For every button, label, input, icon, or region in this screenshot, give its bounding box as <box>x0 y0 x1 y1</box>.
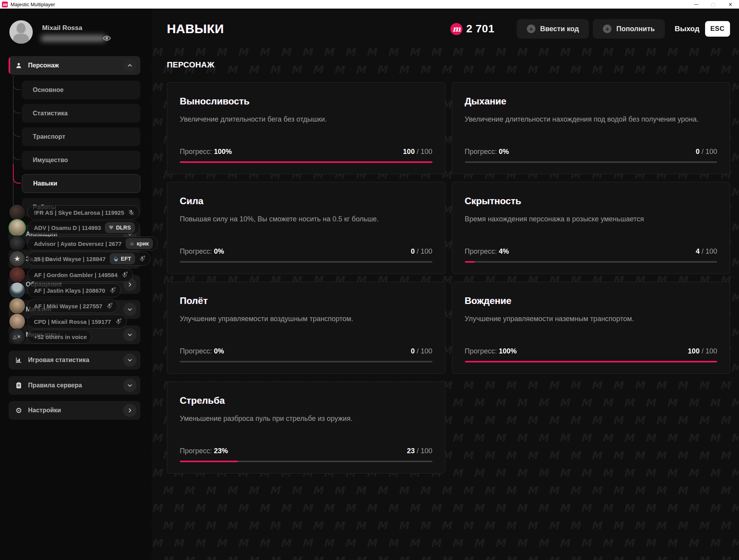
progress-max: 100 <box>705 347 717 355</box>
person-icon <box>15 62 23 69</box>
progress-bar <box>180 261 432 263</box>
voice-player-row: AF | Gordon Gambler | 149584 <box>9 267 133 283</box>
voice-player-name: Advisor | Ayato Deversez | 2677 <box>34 240 122 247</box>
close-icon: ✕ <box>728 2 733 7</box>
mic-muted-icon <box>128 209 135 216</box>
active-accent-bar <box>9 56 10 75</box>
sidebar-item-main[interactable]: Основное <box>22 81 140 99</box>
sidebar-item-game-statistics[interactable]: Игровая статистика <box>9 351 140 369</box>
progress-bar-fill <box>180 161 432 163</box>
rules-icon <box>15 382 23 389</box>
sidebar-item-label: Навыки <box>33 180 57 187</box>
skill-card-shooting: Стрельба Уменьшение разброса пуль при ст… <box>167 382 445 473</box>
chevron-down-icon <box>123 353 136 367</box>
voice-player-name: ADV | Osamu D | 114993 <box>34 224 101 231</box>
skill-title: Дыхание <box>465 96 718 107</box>
avatar <box>9 220 25 235</box>
progress-value: 100 <box>688 347 700 355</box>
sidebar-item-character[interactable]: Персонаж <box>9 56 140 75</box>
chevron-up-icon <box>123 59 136 72</box>
plus-icon: + <box>527 25 535 33</box>
clan-badge: EFT <box>110 253 135 264</box>
exit-button[interactable]: Выход <box>675 25 699 33</box>
majestic-coin-icon: m <box>450 23 463 35</box>
sidebar-item-skills[interactable]: Навыки <box>22 174 140 193</box>
progress-bar <box>465 161 718 163</box>
skill-progress-row: Прогресс: 0% 0 / 100 <box>180 347 432 355</box>
app-window: Mixail Rossa Персонаж Основное <box>0 9 739 560</box>
sidebar-item-label: Основное <box>33 87 64 94</box>
sidebar: Mixail Rossa Персонаж Основное <box>0 9 152 560</box>
progress-percent: 100% <box>499 347 517 355</box>
scream-badge: ☠ крик <box>126 238 153 249</box>
progress-label: Прогресс: <box>465 247 497 255</box>
close-button[interactable]: ✕ <box>722 0 739 9</box>
progress-value: 23 <box>407 447 415 455</box>
voice-player-name: AF | Miki Wayse | 227557 <box>34 303 102 309</box>
sidebar-item-statistics[interactable]: Статистика <box>22 104 140 123</box>
progress-bar <box>180 461 432 462</box>
progress-bar <box>465 361 718 362</box>
skill-progress-row: Прогресс: 23% 23 / 100 <box>180 447 432 455</box>
progress-max: 100 <box>420 347 432 355</box>
main-content: MMMMMMMMMMMMMMMMMMMMMMMMMMMMMMMMMMMMMMMM… <box>152 9 739 560</box>
sidebar-item-settings[interactable]: ⚙ Настройки <box>9 401 140 420</box>
minimize-button[interactable] <box>688 0 705 9</box>
mic-icon <box>106 302 113 309</box>
skill-card-driving: Вождение Улучшение управляемости наземны… <box>452 282 730 374</box>
profile-name: Mixail Rossa <box>42 24 82 32</box>
esc-key-button[interactable]: ESC <box>705 21 730 37</box>
skill-description: Улучшение управляемости наземным транспо… <box>465 315 718 323</box>
page-title: НАВЫКИ <box>167 22 224 36</box>
avatar <box>9 298 25 314</box>
voice-player-row: ADV | Osamu D | 114993 ♥ DLRS <box>9 220 140 235</box>
voice-player-row: Advisor | Ayato Deversez | 2677 ☠ крик <box>9 236 158 251</box>
nav-elbow <box>13 128 21 137</box>
progress-value: 100 <box>403 148 415 155</box>
skill-title: Сила <box>180 196 432 207</box>
clan-badge-label: EFT <box>121 256 131 262</box>
mic-icon <box>115 318 122 325</box>
skill-description: Увеличение длительности бега без отдышки… <box>180 115 432 124</box>
skill-description: Увеличение длительности нахождения под в… <box>465 115 718 124</box>
progress-percent: 100% <box>214 148 232 155</box>
progress-value: 0 <box>411 247 415 255</box>
nav-elbow <box>13 152 21 160</box>
avatar <box>9 314 25 329</box>
sidebar-item-server-rules[interactable]: Правила сервера <box>9 376 140 395</box>
maximize-button[interactable]: ▢ <box>705 0 722 9</box>
skill-progress-row: Прогресс: 0% 0 / 100 <box>180 247 432 256</box>
chevron-down-icon <box>123 328 136 341</box>
skill-progress-row: Прогресс: 100% 100 / 100 <box>465 347 718 355</box>
nav-connector-line <box>13 76 14 208</box>
skill-card-breathing: Дыхание Увеличение длительности нахожден… <box>452 82 730 174</box>
chevron-right-icon <box>123 404 136 417</box>
chevron-down-icon <box>123 379 136 392</box>
progress-value: 4 <box>696 247 700 255</box>
progress-label: Прогресс: <box>180 347 212 355</box>
avatar <box>9 20 33 44</box>
balance: m 2 701 <box>450 23 494 35</box>
sidebar-item-label: Статистика <box>33 110 67 117</box>
enter-code-button[interactable]: + Ввести код <box>517 19 589 39</box>
skill-description: Улучшение управляемости воздушным трансп… <box>180 315 432 323</box>
avatar <box>9 236 25 251</box>
avatar <box>9 283 25 298</box>
progress-bar-fill <box>465 361 718 362</box>
top-up-button[interactable]: + Пополнить <box>593 19 665 39</box>
sidebar-item-property[interactable]: Имущество <box>22 151 140 170</box>
sidebar-item-label: Транспорт <box>33 133 65 140</box>
voice-player-row: AF | Jastin Klays | 208670 <box>9 283 121 298</box>
skill-card-flight: Полёт Улучшение управляемости воздушным … <box>167 282 445 374</box>
voice-player-row: CPD | Mixail Rossa | 159177 <box>9 314 127 329</box>
progress-max: 100 <box>420 447 432 455</box>
skill-progress-row: Прогресс: 100% 100 / 100 <box>180 148 432 156</box>
profile-email-blurred <box>41 35 106 42</box>
sidebar-item-transport[interactable]: Транспорт <box>22 127 140 146</box>
voice-player-row: AF | Miki Wayse | 227557 <box>9 298 118 314</box>
progress-max: 100 <box>420 148 432 155</box>
voice-player-name: AF | Jastin Klays | 208670 <box>34 287 105 294</box>
voice-player-name: AF | Gordon Gambler | 149584 <box>34 272 117 278</box>
eye-icon[interactable] <box>102 34 112 43</box>
skill-card-stealth: Скрытность Время нахождения персонажа в … <box>452 182 730 274</box>
